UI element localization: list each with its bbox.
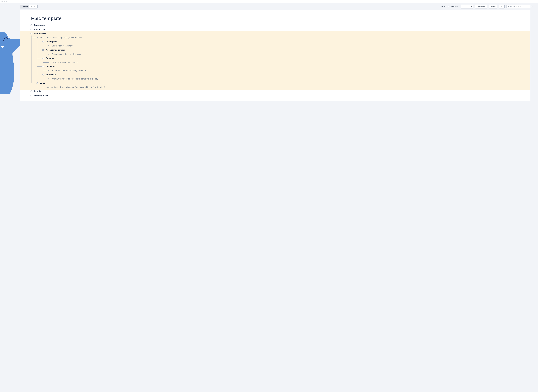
outline-node: DescriptionDescription of the story bbox=[42, 40, 530, 48]
bullet-branch-icon bbox=[31, 33, 32, 34]
bullet-branch-icon bbox=[42, 66, 44, 67]
outline-row[interactable]: Important decisions relating this story bbox=[48, 69, 530, 73]
outline-row[interactable]: As a <role>, I want <objective>, so I <b… bbox=[36, 36, 530, 40]
bullet-leaf-icon bbox=[48, 70, 49, 71]
outline-label: Description bbox=[46, 41, 57, 43]
outline-node: Acceptance criteriaAcceptance criteria f… bbox=[42, 48, 530, 56]
outline-node: User storiesAs a <role>, I want <objecti… bbox=[31, 31, 530, 89]
outline-node: Background bbox=[31, 23, 530, 27]
outline-row[interactable]: Details bbox=[31, 89, 530, 93]
outline-node: User stories that was sliced out (not in… bbox=[42, 85, 530, 89]
outline-row[interactable]: Rollout plan bbox=[31, 27, 530, 31]
bullet-leaf-icon bbox=[48, 78, 49, 79]
outline-label: Acceptance criteria for this story bbox=[52, 53, 81, 55]
questions-button[interactable]: Questions bbox=[475, 5, 487, 9]
bullet-branch-icon bbox=[42, 41, 44, 42]
outline-label: Rollout plan bbox=[34, 28, 46, 31]
expand-level-group: 1 2 3 bbox=[461, 5, 473, 9]
outline-row[interactable]: Decisions bbox=[42, 64, 530, 69]
outline-label: Important decisions relating this story bbox=[52, 69, 86, 72]
outline-children: DescriptionDescription of the storyAccep… bbox=[37, 40, 530, 81]
outline-row[interactable]: Description of the story bbox=[48, 44, 530, 48]
outline-node: Rollout plan bbox=[31, 27, 530, 31]
view-mode-toggle: Outline Styled bbox=[20, 5, 37, 9]
svg-line-2 bbox=[532, 7, 533, 7]
document-title: Epic template bbox=[20, 10, 530, 23]
tab-styled[interactable]: Styled bbox=[29, 5, 37, 8]
bullet-branch-icon bbox=[42, 49, 44, 51]
outline-label: Designs bbox=[46, 57, 54, 59]
outline-node: Sub-tasksWhat work needs to be done to c… bbox=[42, 73, 530, 81]
window-dot bbox=[4, 1, 5, 2]
outline-children: Acceptance criteria for this story bbox=[43, 52, 530, 56]
bullet-branch-icon bbox=[31, 95, 32, 96]
outline-children: As a <role>, I want <objective>, so I <b… bbox=[31, 36, 530, 89]
outline-row[interactable]: Description bbox=[42, 40, 530, 44]
outline-label: Meeting notes bbox=[34, 94, 48, 97]
search-icon bbox=[531, 5, 533, 8]
outline-node: Acceptance criteria for this story bbox=[48, 52, 530, 56]
outline-root: BackgroundRollout planUser storiesAs a <… bbox=[20, 23, 530, 100]
workspace: Outline Styled Expand to show level 1 2 … bbox=[0, 3, 538, 392]
outline-row[interactable]: Acceptance criteria bbox=[42, 48, 530, 52]
outline-label: Description of the story bbox=[52, 45, 73, 47]
outline-row[interactable]: Designs relating to this story bbox=[48, 60, 530, 64]
outline-row[interactable]: User stories that was sliced out (not in… bbox=[42, 85, 530, 89]
document-card: Epic template BackgroundRollout planUser… bbox=[20, 10, 530, 101]
outline-node: DesignsDesigns relating to this story bbox=[42, 56, 530, 64]
toolbar: Outline Styled Expand to show level 1 2 … bbox=[20, 4, 530, 9]
outline-label: What work needs to be done to complete t… bbox=[52, 78, 98, 80]
svg-point-0 bbox=[3, 40, 4, 41]
bullet-branch-icon bbox=[42, 57, 44, 59]
bullet-branch-icon bbox=[36, 82, 38, 84]
expand-level-label: Expand to show level bbox=[441, 5, 458, 8]
outline-node: LaterUser stories that was sliced out (n… bbox=[36, 81, 530, 89]
outline-row[interactable]: Sub-tasks bbox=[42, 73, 530, 77]
expand-level-3[interactable]: 3 bbox=[469, 5, 473, 8]
outline-children: What work needs to be done to complete t… bbox=[43, 77, 530, 81]
filter-input-wrap[interactable] bbox=[506, 5, 530, 8]
outline-children: Description of the story bbox=[43, 44, 530, 48]
bullet-leaf-icon bbox=[48, 54, 49, 55]
outline-row[interactable]: What work needs to be done to complete t… bbox=[48, 77, 530, 81]
outline-row[interactable]: Acceptance criteria for this story bbox=[48, 52, 530, 56]
outline-label: User stories bbox=[34, 32, 46, 35]
outline-node: What work needs to be done to complete t… bbox=[48, 77, 530, 81]
outline-node: Description of the story bbox=[48, 44, 530, 48]
outline-label: User stories that was sliced out (not in… bbox=[46, 86, 105, 88]
outline-node: Designs relating to this story bbox=[48, 60, 530, 64]
window-dot bbox=[1, 1, 3, 2]
filter-input[interactable] bbox=[508, 5, 531, 8]
outline-children: Important decisions relating this story bbox=[43, 69, 530, 73]
outline-row[interactable]: Meeting notes bbox=[31, 93, 530, 98]
outline-row[interactable]: User stories bbox=[31, 31, 530, 36]
bullet-branch-icon bbox=[31, 24, 32, 26]
todos-button[interactable]: ToDos bbox=[489, 5, 497, 9]
outline-row[interactable]: Background bbox=[31, 23, 530, 27]
outline-node: As a <role>, I want <objective>, so I <b… bbox=[36, 36, 530, 81]
expand-level-1[interactable]: 1 bbox=[461, 5, 465, 8]
outline-node: Important decisions relating this story bbox=[48, 69, 530, 73]
outline-label: Background bbox=[34, 24, 46, 26]
outline-label: Acceptance criteria bbox=[46, 49, 65, 51]
outline-label: Sub-tasks bbox=[46, 74, 56, 76]
outline-row[interactable]: Later bbox=[36, 81, 530, 85]
outline-row[interactable]: Designs bbox=[42, 56, 530, 60]
bullet-leaf-icon bbox=[37, 37, 38, 38]
outline-children: Designs relating to this story bbox=[43, 60, 530, 64]
bullet-branch-icon bbox=[31, 28, 32, 30]
expand-level-2[interactable]: 2 bbox=[465, 5, 469, 8]
outline-label: Designs relating to this story bbox=[52, 61, 78, 64]
bullet-leaf-icon bbox=[42, 87, 44, 88]
tab-outline[interactable]: Outline bbox=[20, 5, 29, 8]
outline-label: Decisions bbox=[46, 65, 56, 68]
outline-node: Meeting notes bbox=[31, 93, 530, 98]
bullet-branch-icon bbox=[42, 74, 44, 76]
outline-children: User stories that was sliced out (not in… bbox=[37, 85, 530, 89]
outline-node: Details bbox=[31, 89, 530, 93]
bullet-leaf-icon bbox=[48, 62, 49, 63]
all-button[interactable]: All bbox=[499, 5, 505, 9]
outline-node: DecisionsImportant decisions relating th… bbox=[42, 64, 530, 73]
window-dot bbox=[6, 1, 7, 2]
outline-label: Details bbox=[34, 90, 41, 93]
